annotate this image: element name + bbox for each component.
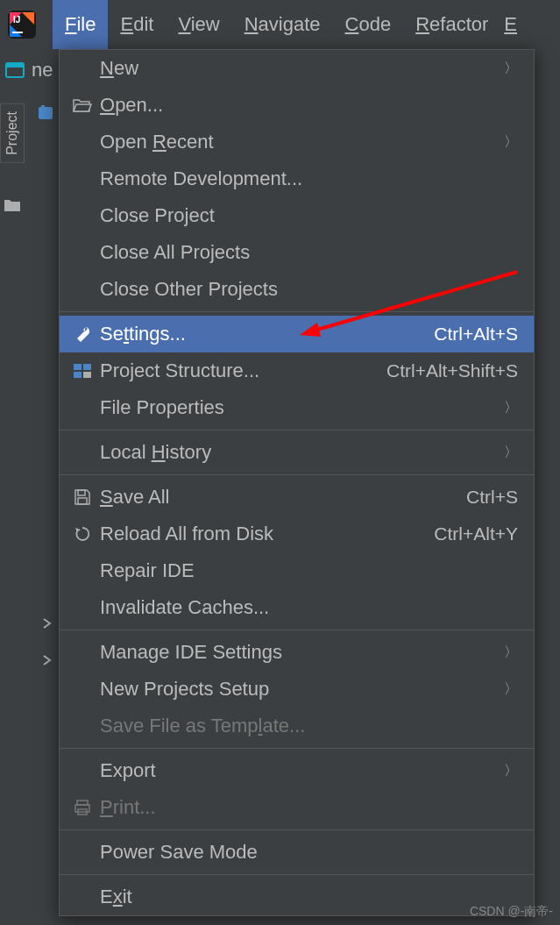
file-menu-dropdown: New 〉 Open... Open Recent 〉 Remote Devel… [59, 49, 535, 916]
menu-separator [60, 430, 534, 430]
menu-save-all[interactable]: Save All Ctrl+S [60, 479, 534, 516]
menu-separator [60, 474, 534, 475]
menu-separator [60, 874, 534, 875]
chevron-right-icon: 〉 [504, 133, 518, 152]
chevron-right-icon: 〉 [504, 60, 518, 78]
menu-close-all-projects[interactable]: Close All Projects [60, 234, 534, 271]
menu-invalidate-caches[interactable]: Invalidate Caches... [60, 589, 534, 626]
menubar-more[interactable]: E [500, 0, 521, 49]
menu-print: Print... [60, 789, 534, 826]
svg-rect-10 [83, 372, 91, 378]
menu-power-save-mode[interactable]: Power Save Mode [60, 834, 534, 871]
menu-remote-dev[interactable]: Remote Development... [60, 160, 534, 197]
menu-local-history[interactable]: Local History 〉 [60, 434, 534, 471]
menubar-code[interactable]: Code [333, 0, 404, 49]
shortcut-label: Ctrl+Alt+S [434, 324, 518, 345]
menu-save-as-template: Save File as Template... [60, 708, 534, 744]
chevron-right-icon: 〉 [504, 644, 518, 662]
menubar: IJ File Edit View Navigate Code Refactor… [0, 0, 560, 49]
chevron-right-icon[interactable] [42, 617, 53, 632]
menu-reload-from-disk[interactable]: Reload All from Disk Ctrl+Alt+Y [60, 516, 534, 552]
folder-icon[interactable] [4, 198, 21, 216]
shortcut-label: Ctrl+Alt+Y [434, 523, 518, 544]
chevron-right-icon: 〉 [504, 680, 518, 699]
menubar-file[interactable]: File [53, 0, 108, 49]
svg-rect-5 [39, 107, 53, 119]
side-strip: Project [0, 49, 26, 224]
visible-text-fragment: ne [32, 59, 53, 82]
menu-close-other-projects[interactable]: Close Other Projects [60, 271, 534, 308]
project-structure-icon [68, 362, 96, 380]
wrench-icon [68, 324, 96, 344]
chevron-right-icon: 〉 [504, 444, 518, 462]
menu-new[interactable]: New 〉 [60, 50, 534, 87]
menubar-refactor[interactable]: Refactor [403, 0, 500, 49]
menu-manage-ide-settings[interactable]: Manage IDE Settings 〉 [60, 634, 534, 671]
menu-open[interactable]: Open... [60, 87, 534, 124]
menu-settings[interactable]: Settings... Ctrl+Alt+S [60, 316, 534, 352]
svg-rect-12 [78, 498, 87, 504]
menu-open-recent[interactable]: Open Recent 〉 [60, 124, 534, 160]
chevron-right-icon[interactable] [42, 654, 53, 669]
menu-export[interactable]: Export 〉 [60, 752, 534, 789]
project-tab[interactable]: Project [0, 103, 25, 163]
menu-project-structure[interactable]: Project Structure... Ctrl+Alt+Shift+S [60, 352, 534, 389]
menu-separator [60, 829, 534, 830]
svg-rect-7 [74, 364, 82, 370]
svg-text:IJ: IJ [13, 15, 20, 25]
app-logo-icon: IJ [2, 4, 42, 45]
menu-repair-ide[interactable]: Repair IDE [60, 552, 534, 589]
tree-node-icon [36, 103, 55, 123]
svg-rect-8 [83, 364, 91, 370]
folder-open-icon [68, 97, 96, 113]
menu-separator [60, 748, 534, 749]
menu-separator [60, 311, 534, 312]
menu-file-properties[interactable]: File Properties 〉 [60, 389, 534, 426]
menu-exit[interactable]: Exit [60, 879, 534, 915]
reload-icon [68, 525, 96, 543]
svg-rect-11 [78, 490, 85, 495]
chevron-right-icon: 〉 [504, 762, 518, 780]
menu-close-project[interactable]: Close Project [60, 197, 534, 234]
watermark: CSDN @-南帝- [470, 904, 553, 920]
shortcut-label: Ctrl+Alt+Shift+S [386, 360, 518, 381]
svg-rect-9 [74, 372, 82, 378]
shortcut-label: Ctrl+S [466, 487, 518, 508]
menubar-view[interactable]: View [166, 0, 231, 49]
save-icon [68, 488, 96, 506]
svg-rect-2 [12, 32, 23, 33]
chevron-right-icon: 〉 [504, 399, 518, 417]
menu-separator [60, 630, 534, 630]
menu-new-projects-setup[interactable]: New Projects Setup 〉 [60, 671, 534, 708]
menubar-navigate[interactable]: Navigate [232, 0, 333, 49]
print-icon [68, 799, 96, 816]
menubar-edit[interactable]: Edit [108, 0, 166, 49]
svg-rect-6 [41, 105, 45, 109]
